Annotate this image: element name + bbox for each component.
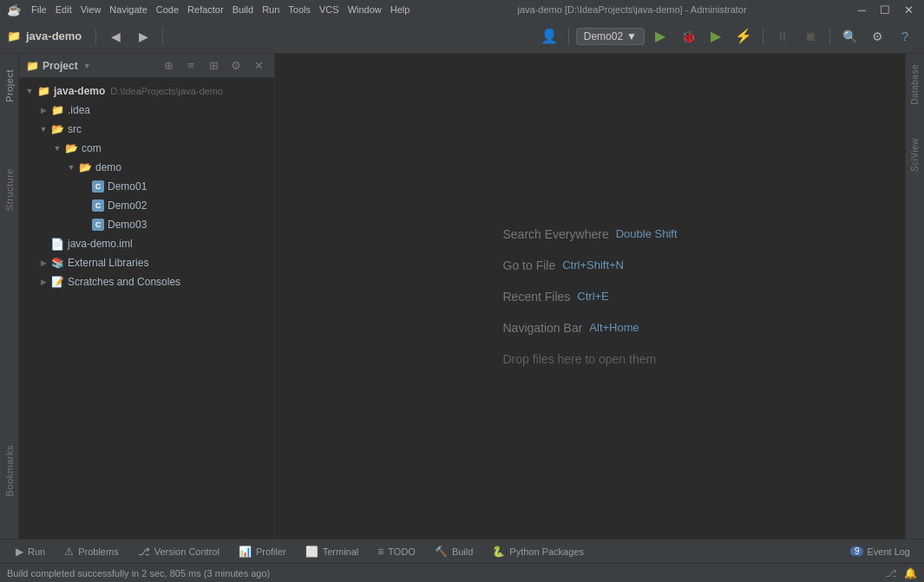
debug-button[interactable]: 🐞 xyxy=(676,24,700,49)
todo-tab-icon: ≡ xyxy=(377,546,383,558)
menu-bar: File Edit View Navigate Code Refactor Bu… xyxy=(31,4,410,15)
menu-vcs[interactable]: VCS xyxy=(319,4,339,15)
tree-item-ext-libs[interactable]: ▶ 📚 External Libraries xyxy=(19,253,274,272)
event-count-badge: 9 xyxy=(850,546,864,556)
menu-build[interactable]: Build xyxy=(233,4,253,15)
project-name-label: java-demo xyxy=(26,29,82,43)
demo03-name: Demo03 xyxy=(108,219,147,231)
pause-button[interactable]: ⏸ xyxy=(770,24,795,49)
tree-item-scratches[interactable]: ▶ 📝 Scratches and Consoles xyxy=(19,272,274,291)
ext-libs-name: External Libraries xyxy=(68,257,148,269)
file-tree[interactable]: ▼ 📁 java-demo D:\IdeaProjects\java-demo … xyxy=(19,78,274,539)
root-name: java-demo xyxy=(54,85,105,97)
toolbar-separator-4 xyxy=(763,28,763,45)
run-coverage-button[interactable]: ▶ xyxy=(704,24,728,49)
run-button[interactable]: ▶ xyxy=(648,24,672,49)
build-tab-icon: 🔨 xyxy=(435,546,448,558)
icon-ext-libs: 📚 xyxy=(50,256,64,270)
settings-button[interactable]: ⚙ xyxy=(865,24,889,49)
close-panel-button[interactable]: ✕ xyxy=(250,57,267,75)
tree-item-idea[interactable]: ▶ 📁 .idea xyxy=(19,101,274,120)
right-tab-sciview[interactable]: SciView xyxy=(910,131,920,179)
profile-button[interactable]: 👤 xyxy=(537,24,561,49)
hint-drop-label: Drop files here to open them xyxy=(503,352,657,366)
src-name: src xyxy=(68,123,82,135)
menu-help[interactable]: Help xyxy=(390,4,410,15)
locate-file-button[interactable]: ⊕ xyxy=(160,57,177,75)
status-notification-icon[interactable]: 🔔 xyxy=(904,567,917,579)
search-everywhere-button[interactable]: 🔍 xyxy=(837,24,862,49)
tab-profiler[interactable]: 📊 Profiler xyxy=(230,541,295,562)
expand-all-button[interactable]: ⊞ xyxy=(205,57,222,75)
tree-item-demo[interactable]: ▼ 📂 demo xyxy=(19,158,274,177)
tab-python-packages[interactable]: 🐍 Python Packages xyxy=(483,541,593,562)
tab-terminal[interactable]: ⬜ Terminal xyxy=(297,541,368,562)
python-tab-icon: 🐍 xyxy=(492,546,505,558)
tab-build[interactable]: 🔨 Build xyxy=(426,541,482,562)
icon-idea: 📁 xyxy=(50,103,64,117)
navigate-back-button[interactable]: ◀ xyxy=(103,24,128,49)
vtab-bookmarks[interactable]: Bookmarks xyxy=(0,438,18,504)
tab-version-control[interactable]: ⎇ Version Control xyxy=(129,541,228,562)
right-tab-database[interactable]: Database xyxy=(910,57,920,112)
menu-refactor[interactable]: Refactor xyxy=(187,4,224,15)
demo01-name: Demo01 xyxy=(108,180,147,193)
navigate-forward-button[interactable]: ▶ xyxy=(131,24,155,49)
event-log-button[interactable]: 9 Event Log xyxy=(843,541,917,562)
collapse-all-button[interactable]: ≡ xyxy=(182,57,200,75)
tree-item-iml[interactable]: ▶ 📄 java-demo.iml xyxy=(19,234,274,253)
stop-button[interactable]: ⏹ xyxy=(798,24,822,49)
vtab-structure[interactable]: Structure xyxy=(0,161,18,218)
tree-item-demo01[interactable]: ▶ C Demo01 xyxy=(19,177,274,196)
profile-run-button[interactable]: ⚡ xyxy=(731,24,756,49)
icon-com: 📂 xyxy=(64,141,78,155)
tree-item-demo02[interactable]: ▶ C Demo02 xyxy=(19,196,274,215)
panel-settings-button[interactable]: ⚙ xyxy=(227,57,245,75)
run-config-dropdown-icon: ▼ xyxy=(626,30,637,43)
hint-drop: Drop files here to open them xyxy=(503,352,678,366)
hint-goto-shortcut: Ctrl+Shift+N xyxy=(562,258,624,271)
menu-run[interactable]: Run xyxy=(262,4,279,15)
project-panel: 📁 Project ▼ ⊕ ≡ ⊞ ⚙ ✕ ▼ 📁 java-demo D:\I… xyxy=(19,54,275,539)
tree-item-root[interactable]: ▼ 📁 java-demo D:\IdeaProjects\java-demo xyxy=(19,82,274,101)
tree-item-demo03[interactable]: ▶ C Demo03 xyxy=(19,215,274,234)
restore-button[interactable]: ☐ xyxy=(876,3,894,16)
demo-name: demo xyxy=(95,161,121,173)
minimize-button[interactable]: ─ xyxy=(855,3,869,16)
tab-problems[interactable]: ⚠ Problems xyxy=(56,541,127,562)
icon-src: 📂 xyxy=(50,122,64,136)
icon-iml: 📄 xyxy=(50,237,64,251)
vtab-project[interactable]: Project xyxy=(0,62,18,109)
arrow-root: ▼ xyxy=(23,82,36,101)
root-path: D:\IdeaProjects\java-demo xyxy=(110,86,223,96)
menu-code[interactable]: Code xyxy=(156,4,179,15)
hint-recent-shortcut: Ctrl+E xyxy=(577,290,608,303)
help-button[interactable]: ? xyxy=(893,24,917,49)
tab-run[interactable]: ▶ Run xyxy=(7,541,54,562)
toolbar-separator-1 xyxy=(95,28,96,45)
close-button[interactable]: ✕ xyxy=(901,3,917,16)
menu-edit[interactable]: Edit xyxy=(56,4,72,15)
tree-item-com[interactable]: ▼ 📂 com xyxy=(19,139,274,158)
hint-navbar-label: Navigation Bar xyxy=(503,321,583,335)
run-config-label: Demo02 xyxy=(584,30,623,43)
tab-todo[interactable]: ≡ TODO xyxy=(369,541,424,562)
menu-navigate[interactable]: Navigate xyxy=(109,4,147,15)
toolbar-separator-5 xyxy=(829,28,830,45)
arrow-ext-libs: ▶ xyxy=(36,253,50,272)
bottom-toolbar: ▶ Run ⚠ Problems ⎇ Version Control 📊 Pro… xyxy=(0,539,924,563)
project-folder-icon: 📁 xyxy=(7,29,21,43)
hint-search-label: Search Everywhere xyxy=(503,227,609,241)
toolbar-separator-2 xyxy=(162,28,163,45)
status-git-icon[interactable]: ⎇ xyxy=(885,567,897,579)
menu-file[interactable]: File xyxy=(31,4,47,15)
menu-view[interactable]: View xyxy=(81,4,102,15)
icon-demo01: C xyxy=(92,180,104,193)
tree-item-src[interactable]: ▼ 📂 src xyxy=(19,120,274,139)
arrow-scratches: ▶ xyxy=(36,272,50,291)
run-config-selector[interactable]: Demo02 ▼ xyxy=(576,28,645,45)
toolbar-separator-3 xyxy=(568,28,569,45)
menu-window[interactable]: Window xyxy=(348,4,382,15)
project-dropdown-arrow[interactable]: ▼ xyxy=(83,62,91,70)
menu-tools[interactable]: Tools xyxy=(288,4,311,15)
